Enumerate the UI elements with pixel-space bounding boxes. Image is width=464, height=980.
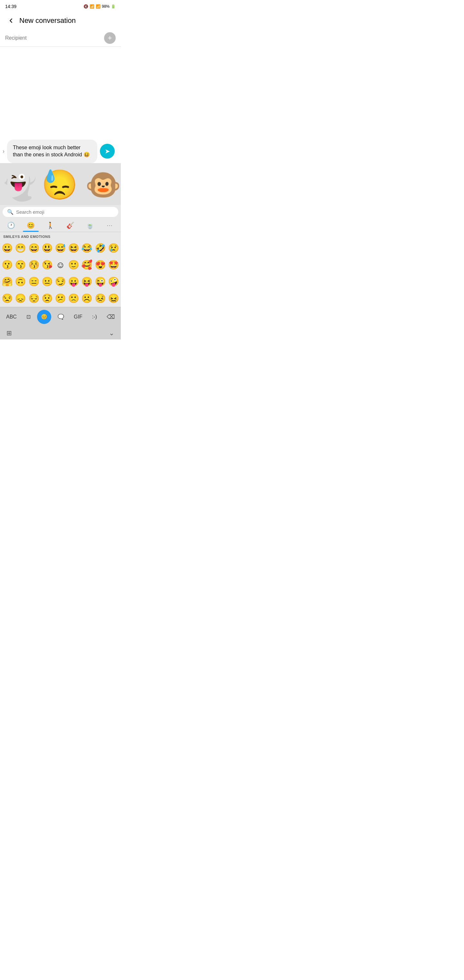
emoji-heart-eyes[interactable]: 😍 (94, 258, 107, 272)
emoji-grin[interactable]: 😄 (27, 241, 40, 255)
status-time: 14:39 (5, 4, 16, 9)
emoji-kissing[interactable]: 😗 (1, 258, 14, 272)
tab-smileys[interactable]: 😊 (21, 219, 41, 232)
emoji-grid-row-1: 😀 😁 😄 😃 😅 😆 😂 🤣 😢 (0, 240, 121, 257)
gif-button[interactable]: GIF (71, 312, 86, 322)
page-title: New conversation (19, 16, 76, 25)
emoji-search-bar: 🔍 (3, 207, 118, 217)
gif-label: GIF (74, 314, 83, 320)
emoji-confused[interactable]: 😕 (54, 291, 67, 305)
tab-activities[interactable]: 🎸 (60, 219, 80, 232)
message-text: These emoji look much better than the on… (13, 145, 90, 158)
tab-people[interactable]: 🚶 (41, 219, 60, 232)
status-bar: 14:39 🔇 📶 📶 98% 🔋 (0, 0, 121, 12)
emoji-upside-down[interactable]: 🙃 (14, 275, 27, 289)
message-bubble: These emoji look much better than the on… (7, 140, 97, 163)
text-emoji-label: :-) (92, 314, 97, 320)
wifi-icon: 📶 (90, 4, 94, 9)
emoji-sad[interactable]: ☹️ (80, 291, 94, 305)
backspace-icon: ⌫ (106, 313, 115, 320)
emoji-kissing-smiling[interactable]: 😙 (14, 258, 27, 272)
tab-objects[interactable]: 🍵 (80, 219, 100, 232)
keyboard-collapse-button[interactable]: ⌄ (109, 329, 114, 337)
emoji-expressionless[interactable]: 😑 (27, 275, 40, 289)
message-row: › These emoji look much better than the … (0, 140, 121, 163)
emoji-disappointed[interactable]: 😞 (14, 291, 27, 305)
signal-icon: 📶 (96, 4, 100, 9)
emoji-pensive[interactable]: 😔 (27, 291, 40, 305)
plus-icon: + (108, 35, 112, 41)
preview-emoji-1[interactable]: 👻 (0, 170, 37, 199)
header: New conversation (0, 12, 121, 30)
emoji-stuck-out-tongue-closed[interactable]: 😝 (80, 275, 94, 289)
emoji-neutral[interactable]: 😐 (41, 275, 54, 289)
send-icon: ➤ (105, 147, 110, 155)
emoji-hugging[interactable]: 🤗 (1, 275, 14, 289)
battery-label: 98% (102, 4, 110, 9)
emoji-star-struck[interactable]: 🤩 (107, 258, 120, 272)
emoji-grid-row-3: 🤗 🙃 😑 😐 😏 😛 😝 😜 🤪 (0, 274, 121, 290)
emoji-unamused[interactable]: 😒 (1, 291, 14, 305)
expand-button[interactable]: › (3, 148, 5, 155)
emoji-sweat-smile[interactable]: 😅 (54, 241, 67, 255)
emoji-laughing[interactable]: 😆 (67, 241, 80, 255)
emoji-slightly-smiling[interactable]: 🙂 (67, 258, 80, 272)
recipient-input[interactable] (5, 35, 104, 41)
emoji-beaming[interactable]: 😁 (14, 241, 27, 255)
emoji-keyboard-button[interactable]: 😊 (37, 310, 51, 324)
preview-emoji-2[interactable]: 😓 (37, 170, 82, 199)
sticker2-button[interactable]: 🗨️ (54, 311, 67, 322)
keyboard-bottom: ABC ⊡ 😊 🗨️ GIF :-) ⌫ (0, 307, 121, 326)
message-area (0, 47, 121, 137)
emoji-smirk[interactable]: 😏 (54, 275, 67, 289)
sticker-icon: ⊡ (26, 313, 30, 320)
emoji-grinning[interactable]: 😀 (1, 241, 14, 255)
emoji-rofl[interactable]: 🤣 (94, 241, 107, 255)
emoji-picker: 👻 😓 🐵 ❤️ 🔍 🕐 😊 🚶 🎸 🍵 ⋯ SMILEYS AND EMOTI… (0, 163, 121, 339)
text-emoji-button[interactable]: :-) (89, 312, 100, 322)
emoji-smiley[interactable]: 😃 (41, 241, 54, 255)
mute-icon: 🔇 (83, 4, 88, 9)
sticker-button[interactable]: ⊡ (23, 311, 34, 322)
emoji-joy[interactable]: 😂 (80, 241, 94, 255)
recipient-row: + (0, 30, 121, 47)
send-button[interactable]: ➤ (100, 144, 115, 159)
emoji-smiling-hearts[interactable]: 🥰 (80, 258, 94, 272)
tab-more[interactable]: ⋯ (100, 219, 119, 231)
emoji-grid-row-2: 😗 😙 😚 😘 ☺️ 🙂 🥰 😍 🤩 (0, 257, 121, 274)
nav-bottom: ⊞ ⌄ (0, 326, 121, 339)
tab-recent[interactable]: 🕐 (1, 219, 21, 232)
keyboard-grid-icon[interactable]: ⊞ (6, 329, 12, 337)
emoji-grid-row-4: 😒 😞 😔 😟 😕 🙁 ☹️ 😣 😖 (0, 290, 121, 307)
status-icons: 🔇 📶 📶 98% 🔋 (83, 4, 116, 9)
emoji-persevere[interactable]: 😣 (94, 291, 107, 305)
emoji-section-label: SMILEYS AND EMOTIONS (0, 232, 121, 240)
search-icon: 🔍 (7, 209, 14, 215)
abc-button[interactable]: ABC (3, 312, 20, 322)
emoji-frowning[interactable]: 🙁 (67, 291, 80, 305)
emoji-search-input[interactable] (16, 209, 114, 215)
emoji-kissing-heart[interactable]: 😘 (41, 258, 54, 272)
emoji-tabs: 🕐 😊 🚶 🎸 🍵 ⋯ (0, 219, 121, 232)
emoji-relaxed[interactable]: ☺️ (54, 258, 67, 272)
emoji-kissing-closed[interactable]: 😚 (27, 258, 40, 272)
emoji-zany[interactable]: 🤪 (107, 275, 120, 289)
emoji-confounded[interactable]: 😖 (107, 291, 120, 305)
emoji-worried[interactable]: 😟 (41, 291, 54, 305)
sticker2-icon: 🗨️ (58, 313, 64, 320)
emoji-cry[interactable]: 😢 (107, 241, 120, 255)
emoji-preview-row: 👻 😓 🐵 ❤️ (0, 163, 121, 205)
add-recipient-button[interactable]: + (104, 32, 116, 44)
battery-icon: 🔋 (111, 4, 116, 9)
emoji-stuck-out-tongue[interactable]: 😛 (67, 275, 80, 289)
emoji-keyboard-icon: 😊 (41, 313, 48, 320)
back-button[interactable] (5, 15, 17, 26)
backspace-button[interactable]: ⌫ (103, 311, 118, 323)
preview-emoji-3[interactable]: 🐵 (82, 170, 121, 199)
abc-label: ABC (6, 314, 17, 320)
emoji-stuck-out-tongue-wink[interactable]: 😜 (94, 275, 107, 289)
